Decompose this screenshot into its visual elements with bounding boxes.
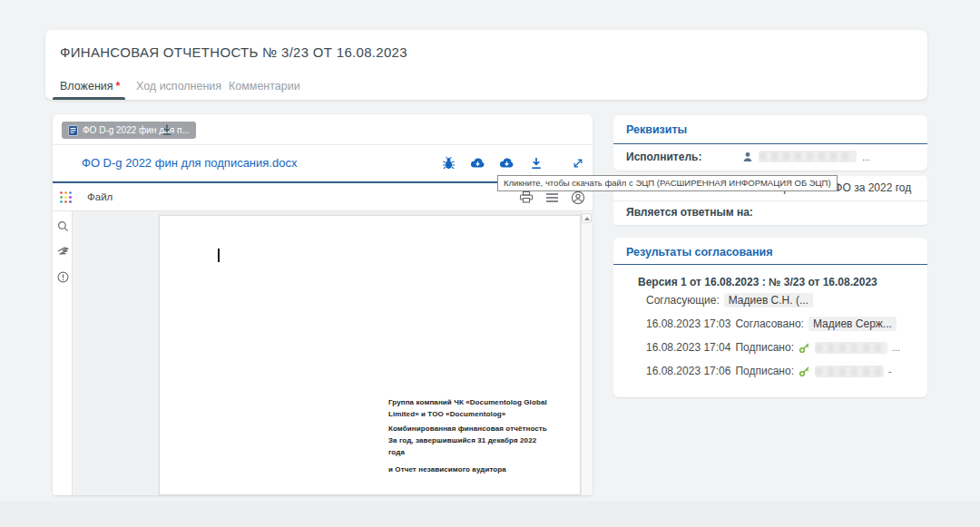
- signature-row: 16.08.2023 17:04 Подписано: ...: [646, 340, 900, 355]
- executor-label: Исполнитель:: [626, 151, 701, 163]
- attachment-chip-label: ФО D-g 2022 фин для п...: [83, 125, 190, 135]
- version-line: Версия 1 от 16.08.2023 : № 3/23 от 16.08…: [638, 276, 877, 288]
- search-icon[interactable]: [53, 220, 73, 232]
- document-page[interactable]: Группа компаний ЧК «Documentolog Global …: [159, 215, 581, 495]
- file-name-link[interactable]: ФО D-g 2022 фин для подписания.docx: [82, 145, 297, 181]
- apps-grid-icon[interactable]: [59, 190, 73, 204]
- viewer-body: Группа компаний ЧК «Documentolog Global …: [53, 211, 593, 495]
- approvers-label: Согласующие:: [646, 294, 720, 307]
- key-icon: [799, 366, 810, 377]
- antivirus-bug-icon[interactable]: [441, 156, 456, 171]
- attachment-chip[interactable]: ФО D-g 2022 фин для п...: [62, 122, 196, 139]
- reply-row: Является ответным на:: [626, 206, 753, 219]
- signature-status: Подписано:: [735, 341, 794, 354]
- doc-line: Limited» и ТОО «Documentolog»: [388, 408, 548, 420]
- tab-comments-label: Комментарии: [229, 80, 300, 93]
- executor-value: ...: [742, 151, 870, 162]
- doc-line: Комбинированная финансовая отчётность: [388, 423, 548, 434]
- approval-value: Мадиев Серж...: [808, 317, 897, 331]
- doc-line: За год, завершившийся 31 декабря 2022 го…: [388, 434, 548, 458]
- scroll-up-button[interactable]: [582, 213, 592, 223]
- signature-row: 16.08.2023 17:06 Подписано: -: [646, 364, 892, 378]
- word-file-icon: [68, 125, 78, 136]
- executor-ellipsis: ...: [862, 151, 870, 162]
- download-ecp-cloud-icon[interactable]: [470, 156, 485, 171]
- bottom-background-band: [0, 502, 980, 527]
- arrow-up-icon: [584, 217, 590, 220]
- document-text: Группа компаний ЧК «Documentolog Global …: [388, 396, 548, 475]
- approval-status: Согласовано:: [735, 317, 804, 330]
- signature-ellipsis: ...: [892, 342, 900, 353]
- about-info-icon[interactable]: [53, 271, 73, 283]
- account-icon[interactable]: [571, 190, 585, 205]
- approval-results-heading: Результаты согласования: [626, 246, 773, 259]
- approval-results-underline: [613, 264, 927, 265]
- download-ecp-extended-cloud-icon[interactable]: [499, 156, 514, 171]
- requisites-underline: [613, 143, 927, 144]
- reply-label: Является ответным на:: [626, 206, 753, 219]
- print-icon[interactable]: [519, 190, 534, 204]
- signature-date: 16.08.2023 17:06: [646, 365, 730, 377]
- doc-line: и Отчет независимого аудитора: [388, 464, 548, 475]
- attachment-chip-row: ФО D-g 2022 фин для п...: [53, 114, 593, 145]
- download-file-icon[interactable]: [528, 156, 544, 171]
- viewer-scrollbar[interactable]: [581, 211, 593, 495]
- row-separator: [613, 200, 927, 201]
- approvers-row: Согласующие: Мадиев С.Н. (...: [646, 293, 813, 307]
- tab-attachments-label: Вложения: [60, 80, 113, 93]
- viewer-menu-icon[interactable]: [545, 192, 559, 203]
- required-asterisk: *: [116, 80, 121, 93]
- key-icon: [799, 342, 810, 354]
- attachments-card: ФО D-g 2022 фин для п... ФО D-g 2022 фин…: [53, 114, 593, 495]
- app-screen: ФИНАНСОВАЯ ОТЧЕТНОСТЬ № 3/23 ОТ 16.08.20…: [0, 0, 980, 527]
- redacted-name: [815, 366, 884, 377]
- active-tab-underline: [53, 97, 125, 100]
- approvers-value: Мадиев С.Н. (...: [724, 293, 813, 307]
- requisites-heading: Реквизиты: [626, 123, 687, 136]
- feedback-hand-icon[interactable]: [53, 246, 73, 256]
- signature-ellipsis: -: [888, 366, 892, 376]
- viewer-file-menu[interactable]: Файл: [87, 183, 113, 211]
- signature-status: Подписано:: [735, 365, 794, 377]
- expand-fullscreen-icon[interactable]: [570, 156, 585, 171]
- person-icon: [742, 151, 753, 162]
- tab-progress[interactable]: Ход исполнения: [136, 80, 221, 93]
- approval-date: 16.08.2023 17:03: [646, 317, 730, 330]
- document-header-card: ФИНАНСОВАЯ ОТЧЕТНОСТЬ № 3/23 ОТ 16.08.20…: [45, 30, 927, 100]
- approval-row: 16.08.2023 17:03 Согласовано: Мадиев Сер…: [646, 317, 897, 331]
- executor-row: Исполнитель: ...: [626, 151, 916, 167]
- tab-comments[interactable]: Комментарии: [229, 80, 300, 93]
- download-ecp-tooltip: Кликните, чтобы скачать файл с ЭЦП (РАСШ…: [497, 175, 838, 191]
- redacted-name: [759, 151, 857, 162]
- approval-results-block: Результаты согласования Версия 1 от 16.0…: [613, 238, 927, 397]
- page-title: ФИНАНСОВАЯ ОТЧЕТНОСТЬ № 3/23 ОТ 16.08.20…: [60, 44, 407, 60]
- requisites-block: Реквизиты Исполнитель: ...: [613, 115, 927, 171]
- redacted-name: [815, 342, 887, 354]
- viewer-side-strip: [53, 211, 73, 495]
- signature-date: 16.08.2023 17:04: [646, 341, 730, 354]
- doc-line: Группа компаний ЧК «Documentolog Global: [388, 396, 548, 408]
- tab-progress-label: Ход исполнения: [136, 80, 221, 93]
- tab-attachments[interactable]: Вложения*: [60, 80, 120, 93]
- text-cursor: [218, 249, 220, 262]
- chip-download-icon[interactable]: [161, 123, 173, 136]
